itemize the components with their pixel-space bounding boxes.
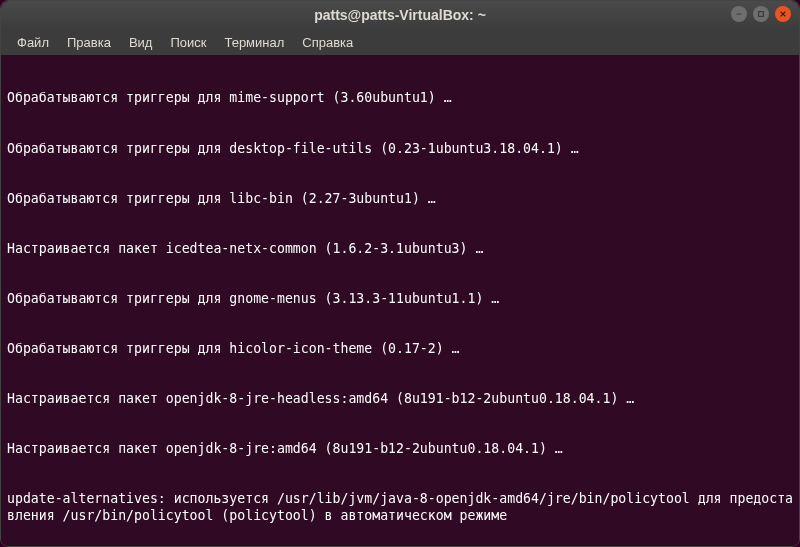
- titlebar: patts@patts-VirtualBox: ~: [1, 1, 799, 29]
- minimize-button[interactable]: [731, 6, 747, 22]
- menu-terminal[interactable]: Терминал: [216, 32, 292, 53]
- maximize-icon: [757, 10, 765, 18]
- menu-view[interactable]: Вид: [121, 32, 161, 53]
- terminal-line: Обрабатываются триггеры для hicolor-icon…: [7, 341, 793, 358]
- svg-rect-1: [759, 12, 764, 17]
- minimize-icon: [735, 10, 743, 18]
- close-icon: [779, 10, 787, 18]
- terminal-line: Обрабатываются триггеры для libc-bin (2.…: [7, 191, 793, 208]
- menubar: Файл Правка Вид Поиск Терминал Справка: [1, 29, 799, 55]
- menu-edit[interactable]: Правка: [59, 32, 119, 53]
- terminal-line: Настраивается пакет icedtea-netx-common …: [7, 241, 793, 258]
- menu-file[interactable]: Файл: [9, 32, 57, 53]
- terminal-line: Настраивается пакет openjdk-8-jre-headle…: [7, 391, 793, 408]
- menu-help[interactable]: Справка: [294, 32, 361, 53]
- window-title: patts@patts-VirtualBox: ~: [314, 7, 486, 23]
- window-controls: [731, 6, 791, 22]
- menu-search[interactable]: Поиск: [162, 32, 214, 53]
- terminal-line: update-alternatives: используется /usr/l…: [7, 491, 793, 524]
- maximize-button[interactable]: [753, 6, 769, 22]
- terminal-line: Обрабатываются триггеры для desktop-file…: [7, 141, 793, 158]
- terminal-line: Обрабатываются триггеры для gnome-menus …: [7, 291, 793, 308]
- terminal-line: Обрабатываются триггеры для mime-support…: [7, 90, 793, 107]
- close-button[interactable]: [775, 6, 791, 22]
- terminal-output[interactable]: Обрабатываются триггеры для mime-support…: [1, 55, 799, 547]
- terminal-line: Настраивается пакет openjdk-8-jre:amd64 …: [7, 441, 793, 458]
